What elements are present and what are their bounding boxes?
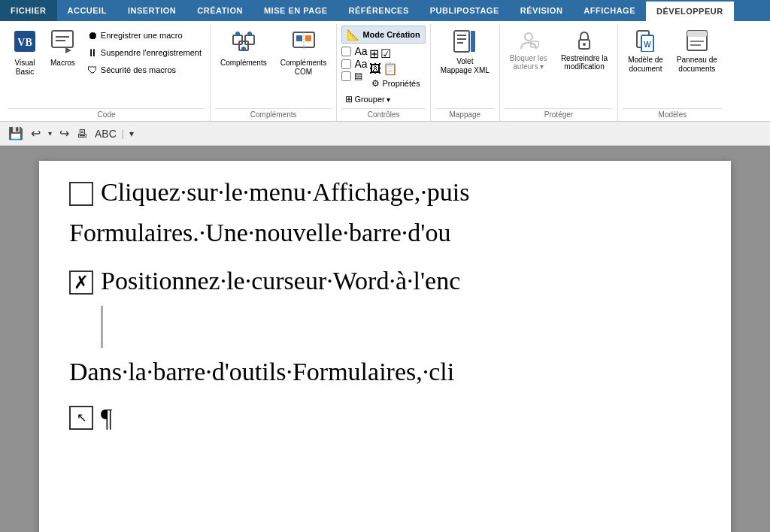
tab-creation[interactable]: CRÉATION (186, 0, 253, 21)
complements-icon (232, 29, 256, 57)
ctrl-icon-1: Aa (354, 45, 367, 57)
proprietes-button[interactable]: ⚙ Propriétés (369, 77, 423, 90)
securite-macros-button[interactable]: 🛡 Sécurité des macros (83, 62, 205, 78)
doc-line-3: ✗ Positionnez·le·curseur·Word·à·l'enc (69, 264, 701, 298)
mappage-group-label: Mappage (435, 108, 495, 121)
tab-fichier[interactable]: FICHIER (0, 0, 57, 21)
volet-mappage-button[interactable]: VoletMappage XML (435, 26, 495, 79)
tab-publipostage[interactable]: PUBLIPOSTAGE (420, 0, 510, 21)
modeles-group-label: Modèles (623, 108, 723, 121)
checkbox-empty-1 (69, 182, 93, 206)
ctrl-icon-2: Aa (354, 58, 367, 70)
print-qa-button[interactable]: 🖶 (74, 126, 89, 141)
tab-revision[interactable]: RÉVISION (510, 0, 574, 21)
modele-document-icon: W (634, 29, 656, 54)
macros-label: Macros (50, 59, 75, 68)
tab-references[interactable]: RÉFÉRENCES (338, 0, 420, 21)
checkbox-row-2: Aa (341, 58, 367, 70)
doc-line-5: ↖ ¶ (69, 404, 701, 432)
control-checkbox-1[interactable] (341, 47, 351, 56)
more-qa-button[interactable]: ▾ (127, 127, 136, 141)
macros-button[interactable]: Macros (45, 26, 80, 71)
volet-mappage-icon (453, 29, 477, 56)
visual-basic-icon: VB (13, 29, 37, 57)
svg-point-21 (525, 33, 532, 41)
doc-indent-box (101, 306, 701, 348)
bloquer-auteurs-button[interactable]: Bloquer lesauteurs ▾ (505, 26, 553, 74)
ribbon-group-code: VB VisualBasic Macros (3, 24, 211, 121)
control-checkbox-3[interactable] (341, 71, 351, 81)
code-small-buttons: ⏺ Enregistrer une macro ⏸ Suspendre l'en… (83, 26, 205, 78)
bloquer-auteurs-icon (517, 29, 540, 54)
complements-com-icon (292, 29, 316, 57)
complements-group-label: Compléments (215, 108, 332, 121)
modele-document-button[interactable]: W Modèle dedocument (623, 26, 668, 77)
control-checkbox-2[interactable] (341, 59, 351, 69)
svg-marker-5 (65, 47, 71, 53)
ribbon-group-complements: Compléments ComplémentsCOM Compléments (211, 24, 337, 121)
panneau-documents-button[interactable]: Panneau dedocuments (671, 26, 723, 77)
checkbox-row-3: ▤ (341, 71, 367, 81)
complements-button[interactable]: Compléments (215, 26, 272, 71)
undo-qa-button[interactable]: ↩ (29, 125, 43, 142)
pilcrow-symbol: ¶ (101, 404, 112, 432)
complements-com-button[interactable]: ComplémentsCOM (275, 26, 332, 80)
ribbon-group-controles: 📐 Mode Création Aa Aa ▤ (337, 24, 430, 121)
ctrl-btn-b[interactable]: ☑ (380, 47, 391, 61)
tab-affichage[interactable]: AFFICHAGE (573, 0, 646, 21)
ribbon-group-proteger: Bloquer lesauteurs ▾ Restreindre lamodif… (500, 24, 618, 121)
grouper-dropdown-icon: ▾ (387, 95, 390, 104)
spellcheck-qa-button[interactable]: ABC (92, 126, 119, 141)
code-group-label: Code (8, 108, 205, 121)
panneau-documents-label: Panneau dedocuments (677, 56, 717, 74)
doc-text-3: Positionnez·le·curseur·Word·à·l'enc (101, 264, 460, 298)
svg-rect-13 (296, 35, 302, 41)
doc-line-4: Dans·la·barre·d'outils·Formulaires,·cli (69, 355, 701, 388)
ribbon-group-mappage: VoletMappage XML Mappage (431, 24, 500, 121)
ctrl-btn-d[interactable]: 📋 (383, 62, 398, 76)
svg-point-11 (241, 47, 246, 51)
cursor-in-box: ↖ (77, 410, 86, 425)
ctrl-btn-c[interactable]: 🖼 (369, 62, 381, 76)
checkbox-row-1: Aa (341, 45, 367, 57)
doc-text-1: Cliquez·sur·le·menu·Affichage,·puis (101, 176, 469, 209)
svg-text:W: W (644, 41, 652, 49)
undo-dropdown-qa-button[interactable]: ▾ (46, 128, 54, 139)
mode-creation-button[interactable]: 📐 Mode Création (341, 26, 425, 44)
svg-text:VB: VB (17, 37, 32, 48)
doc-line-2: Formulaires.·Une·nouvelle·barre·d'ou (69, 216, 701, 249)
grouper-button[interactable]: ⊞ Grouper ▾ (341, 92, 393, 107)
record-icon: ⏺ (87, 29, 98, 41)
doc-text-4: Dans·la·barre·d'outils·Formulaires,·cli (69, 358, 454, 385)
svg-rect-2 (52, 31, 73, 47)
enregistrer-macro-button[interactable]: ⏺ Enregistrer une macro (83, 27, 205, 44)
tab-insertion[interactable]: INSERTION (117, 0, 186, 21)
doc-text-2: Formulaires.·Une·nouvelle·barre·d'ou (69, 219, 450, 246)
visual-basic-button[interactable]: VB VisualBasic (8, 26, 42, 80)
svg-rect-30 (687, 31, 707, 37)
document-page: Cliquez·sur·le·menu·Affichage,·puis Form… (39, 161, 731, 532)
svg-rect-6 (233, 35, 242, 44)
controles-group-label: Contrôles (341, 108, 425, 121)
svg-rect-17 (471, 31, 475, 52)
svg-point-10 (247, 32, 252, 36)
document-area: Cliquez·sur·le·menu·Affichage,·puis Form… (0, 146, 770, 532)
complements-com-label: ComplémentsCOM (280, 59, 327, 77)
ribbon: VB VisualBasic Macros (0, 21, 770, 122)
ctrl-btn-a[interactable]: ⊞ (369, 47, 379, 61)
tab-developpeur[interactable]: DÉVELOPPEUR (646, 0, 734, 21)
redo-qa-button[interactable]: ↪ (57, 125, 71, 142)
tab-accueil[interactable]: ACCUEIL (57, 0, 117, 21)
suspendre-enregistrement-button[interactable]: ⏸ Suspendre l'enregistrement (83, 44, 205, 61)
panneau-documents-icon (686, 29, 708, 54)
svg-rect-16 (454, 31, 469, 52)
quick-access-toolbar: 💾 ↩ ▾ ↪ 🖶 ABC | ▾ (0, 122, 770, 146)
save-qa-button[interactable]: 💾 (6, 125, 26, 142)
modele-document-label: Modèle dedocument (628, 56, 663, 74)
tab-bar: FICHIER ACCUEIL INSERTION CRÉATION MISE … (0, 0, 770, 21)
restreindre-modification-button[interactable]: Restreindre lamodification (556, 26, 613, 74)
restreindre-modification-label: Restreindre lamodification (561, 54, 608, 71)
volet-mappage-label: VoletMappage XML (441, 57, 490, 75)
security-icon: 🛡 (87, 64, 98, 76)
tab-miseenpage[interactable]: MISE EN PAGE (253, 0, 338, 21)
